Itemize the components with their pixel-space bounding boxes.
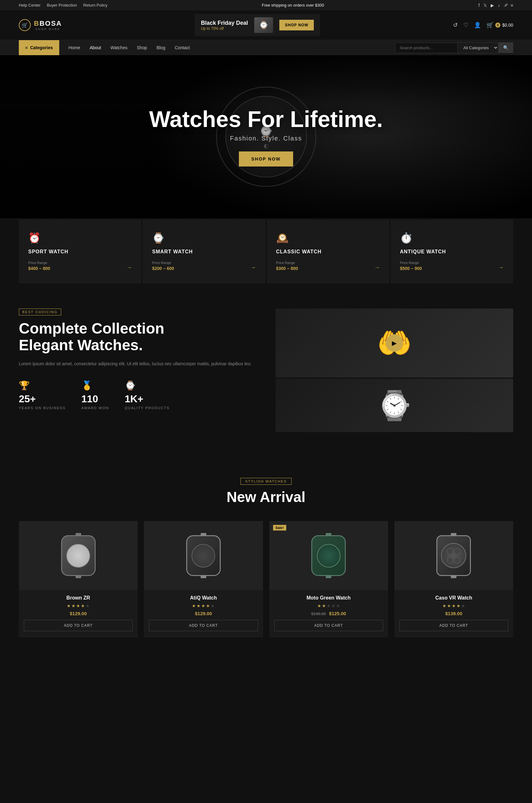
- category-cards-section: ⏰ SPORT WATCH Price Range $400 – 800 → ⌚…: [0, 219, 532, 284]
- nav-blog[interactable]: Blog: [156, 40, 165, 55]
- twitter-icon[interactable]: 𝕏: [483, 3, 487, 8]
- star-2: ★: [322, 603, 326, 608]
- nav-shop[interactable]: Shop: [137, 40, 147, 55]
- logo[interactable]: 🛒 BBOSA SHOP DARK: [19, 19, 62, 31]
- banner-title: Black Friday Deal: [201, 20, 248, 26]
- facebook-icon[interactable]: f: [478, 3, 480, 8]
- collection-left: BEST CHOICING Complete Collection Elegan…: [19, 308, 257, 410]
- classic-watch-icon: 🕰️: [276, 232, 380, 244]
- search-input[interactable]: [395, 43, 458, 53]
- categories-label: Categories: [30, 45, 53, 50]
- atiq-add-cart-button[interactable]: ADD TO CART: [149, 620, 258, 631]
- cart-badge: 0: [495, 23, 500, 27]
- tiktok-icon[interactable]: ♪: [498, 3, 500, 8]
- collection-section: BEST CHOICING Complete Collection Elegan…: [0, 284, 532, 459]
- categories-button[interactable]: ≡ Categories: [19, 40, 59, 55]
- brown-zr-price: $129.00: [19, 611, 138, 616]
- cat-card-sport[interactable]: ⏰ SPORT WATCH Price Range $400 – 800 →: [19, 219, 141, 284]
- pinterest-icon[interactable]: 𝒫: [504, 2, 507, 8]
- cart-icon: 🛒: [487, 22, 493, 28]
- star-4: ★: [206, 603, 210, 608]
- search-button[interactable]: 🔍: [498, 42, 513, 53]
- caso-vr-add-cart-button[interactable]: ADD TO CART: [399, 620, 508, 631]
- collection-title-line2: Elegant Watches.: [19, 337, 143, 353]
- moto-green-name: Moto Green Watch: [269, 595, 388, 601]
- menu-icon[interactable]: ≡: [511, 3, 513, 8]
- category-select[interactable]: All Categories: [458, 42, 498, 53]
- star-5: ★: [461, 603, 465, 608]
- products-label: QUALITY PRODUCTS: [125, 406, 170, 410]
- play-button[interactable]: ▶: [385, 334, 403, 352]
- header: 🛒 BBOSA SHOP DARK Black Friday Deal Up t…: [0, 11, 532, 40]
- classic-arrow-icon[interactable]: →: [374, 264, 380, 271]
- brown-zr-name: Brown ZR: [19, 595, 138, 601]
- product-card-caso-vr[interactable]: Caso VR Watch ★ ★ ★ ★ ★ $139.00 ADD TO C…: [394, 521, 513, 637]
- logo-sub: SHOP DARK: [34, 27, 62, 31]
- buyer-protection-link[interactable]: Buyer Protection: [47, 3, 77, 7]
- smart-watch-icon: ⌚: [152, 232, 256, 244]
- nav-links: Home About Watches Shop Blog Contact: [59, 40, 200, 55]
- cat-card-classic[interactable]: 🕰️ CLASSIC WATCH Price Range $300 – 800 …: [267, 219, 390, 284]
- antique-price-row: Price Range $500 – 900 →: [400, 261, 504, 271]
- wishlist-icon[interactable]: ♡: [463, 22, 468, 28]
- classic-price-label: Price Range: [276, 261, 298, 265]
- stat-products: ⌚ 1K+ QUALITY PRODUCTS: [125, 380, 170, 410]
- new-arrival-title: New Arrival: [19, 489, 513, 505]
- sport-arrow-icon[interactable]: →: [126, 264, 132, 271]
- star-4: ★: [456, 603, 460, 608]
- new-arrival-badge-wrapper: STYLISH WATCHES: [19, 478, 513, 485]
- star-4: ★: [331, 603, 336, 608]
- best-choicing-badge: BEST CHOICING: [19, 308, 61, 316]
- product-card-moto-green[interactable]: Sale! Moto Green Watch ★ ★ ★ ★ ★ $140.00…: [269, 521, 388, 637]
- return-policy-link[interactable]: Return Policy: [83, 3, 107, 7]
- collection-description: Lorem ipsum dolor sit amet, consectetur …: [19, 360, 257, 368]
- moto-green-add-cart-button[interactable]: ADD TO CART: [274, 620, 383, 631]
- sport-price-range: $400 – 800: [28, 266, 50, 271]
- moto-green-stars: ★ ★ ★ ★ ★: [269, 603, 388, 608]
- stats-row: 🏆 25+ YEARS ON BUSINESS 🥇 110 AWARD WON …: [19, 380, 257, 410]
- antique-price-label: Price Range: [400, 261, 422, 265]
- banner-shop-now-button[interactable]: SHOP NOW: [279, 20, 314, 31]
- product-card-atiq[interactable]: AtiQ Watch ★ ★ ★ ★ ★ $129.00 ADD TO CART: [144, 521, 263, 637]
- brown-zr-image: [19, 521, 138, 590]
- cart-area[interactable]: 🛒 0 $0.00: [487, 22, 513, 28]
- star-1: ★: [67, 603, 71, 608]
- product-card-brown-zr[interactable]: Brown ZR ★ ★ ★ ★ ★ $129.00 ADD TO CART: [19, 521, 138, 637]
- brown-zr-add-cart-button[interactable]: ADD TO CART: [24, 620, 133, 631]
- nav-home[interactable]: Home: [69, 40, 80, 55]
- hero-subtitle: Fashion. Style. Class: [149, 135, 383, 142]
- youtube-icon[interactable]: ▶: [491, 3, 494, 8]
- antique-arrow-icon[interactable]: →: [498, 264, 504, 271]
- nav-watches[interactable]: Watches: [110, 40, 127, 55]
- collection-watch-image: ⌚: [276, 379, 513, 432]
- account-icon[interactable]: 👤: [474, 22, 481, 28]
- awards-label: AWARD WON: [81, 406, 109, 410]
- cat-card-antique[interactable]: ⏱️ ANTIQUE WATCH Price Range $500 – 900 …: [391, 219, 513, 284]
- star-2: ★: [72, 603, 76, 608]
- cat-card-smart[interactable]: ⌚ SMART WATCH Price Range $200 – 600 →: [142, 219, 265, 284]
- smart-price-row: Price Range $200 – 600 →: [152, 261, 256, 271]
- sport-watch-icon: ⏰: [28, 232, 132, 244]
- collection-title: Complete Collection Elegant Watches.: [19, 321, 257, 354]
- nav-contact[interactable]: Contact: [175, 40, 190, 55]
- collection-video-thumbnail[interactable]: 🤲 ▶: [276, 308, 513, 378]
- nav-about[interactable]: About: [90, 40, 101, 55]
- collection-right: 🤲 ▶ ⌚: [276, 308, 513, 434]
- awards-number: 110: [81, 393, 109, 405]
- star-5: ★: [86, 603, 90, 608]
- star-3: ★: [201, 603, 205, 608]
- star-1: ★: [192, 603, 196, 608]
- antique-price-range: $500 – 900: [400, 266, 422, 271]
- atiq-name: AtiQ Watch: [144, 595, 263, 601]
- logo-name: BBOSA: [34, 19, 62, 27]
- refresh-icon[interactable]: ↺: [453, 22, 458, 28]
- years-label: YEARS ON BUSINESS: [19, 406, 66, 410]
- sale-badge: Sale!: [273, 525, 286, 531]
- stylish-watches-badge: STYLISH WATCHES: [241, 478, 291, 485]
- star-3: ★: [76, 603, 80, 608]
- hero-shop-now-button[interactable]: SHOP NOW: [239, 151, 293, 167]
- help-center-link[interactable]: Help Center: [19, 3, 40, 7]
- star-2: ★: [196, 603, 201, 608]
- smart-arrow-icon[interactable]: →: [250, 264, 256, 271]
- atiq-image: [144, 521, 263, 590]
